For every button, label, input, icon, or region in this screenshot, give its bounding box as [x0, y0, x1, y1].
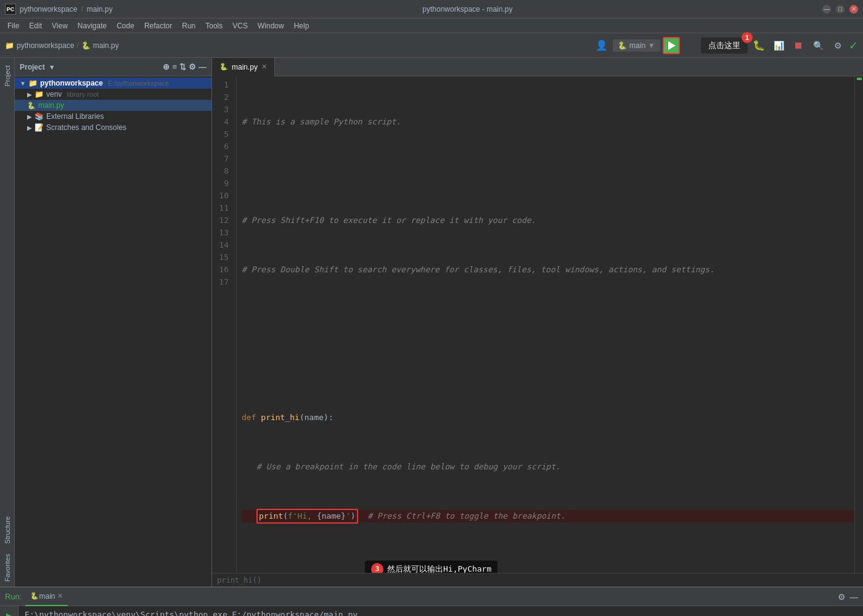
close-button[interactable]: ✕ — [849, 5, 858, 14]
scratches-icon: 📝 — [35, 123, 44, 132]
titlebar-left: PC pythonworkspace / main.py — [5, 4, 113, 15]
venv-name: venv — [46, 90, 62, 99]
search-button[interactable]: 🔍 — [809, 37, 827, 54]
code-line-8: # Use a breakpoint in the code line belo… — [242, 461, 854, 473]
menu-refactor[interactable]: Refactor — [139, 20, 177, 31]
settings-button[interactable]: ⚙ — [829, 37, 846, 54]
linenum-14: 14 — [212, 239, 232, 251]
menu-view[interactable]: View — [47, 20, 73, 31]
project-tree: ▼ 📁 pythonworkspace E:/pythonworkspace ▶… — [15, 76, 211, 586]
project-panel: Project ▼ ⊕ ≡ ⇅ ⚙ — ▼ 📁 pythonworkspace … — [15, 58, 212, 586]
menu-code[interactable]: Code — [112, 20, 139, 31]
coverage-button[interactable]: 📊 — [770, 37, 787, 54]
debug-button[interactable]: 🐛 — [750, 37, 767, 54]
run-panel-minimize[interactable]: — — [849, 592, 858, 602]
tab-main-py[interactable]: 🐍 main.py ✕ — [212, 58, 275, 76]
linenum-8: 8 — [212, 165, 232, 177]
run-tab-close[interactable]: ✕ — [57, 592, 63, 600]
tree-external-libs[interactable]: ▶ 📚 External Libraries — [15, 111, 211, 122]
menu-vcs[interactable]: VCS — [227, 20, 253, 31]
sidebar-tab-structure[interactable]: Structure — [2, 511, 12, 549]
annotation-3-box: 3 然后就可以输出Hi,PyCharm — [365, 561, 497, 573]
minimize-button[interactable]: — — [822, 5, 831, 14]
left-side-tabs: Project Structure Favorites — [0, 58, 15, 586]
sidebar-tab-project[interactable]: Project — [2, 60, 12, 91]
main-py-icon: 🐍 — [27, 102, 36, 110]
annotation-1-label: 点击这里 — [701, 38, 748, 54]
menu-tools[interactable]: Tools — [200, 20, 227, 31]
code-line-2 — [242, 165, 854, 177]
code-line-6 — [242, 362, 854, 375]
sidebar-tab-favorites[interactable]: Favorites — [2, 549, 12, 586]
project-title: Project — [20, 63, 45, 71]
tree-venv[interactable]: ▶ 📁 venv library root — [15, 89, 211, 100]
run-panel-header: Run: 🐍 main ✕ ⚙ — — [0, 588, 863, 606]
scratches-expand-arrow[interactable]: ▶ — [27, 124, 32, 131]
run-button[interactable] — [663, 37, 680, 54]
linenum-17: 17 — [212, 276, 232, 288]
run-tab-label: main — [39, 592, 55, 601]
titlebar-title: pythonworkspace - main.py — [422, 5, 512, 14]
venv-sub: library root — [67, 91, 99, 98]
linenum-6: 6 — [212, 140, 232, 153]
tab-file-icon: 🐍 — [219, 63, 228, 71]
menu-run[interactable]: Run — [177, 20, 200, 31]
run-tab-main[interactable]: 🐍 main ✕ — [25, 588, 68, 606]
toolbar-project-label: pythonworkspace — [17, 41, 74, 50]
run-command-text: E:\pythonworkspace\venv\Scripts\python.e… — [25, 610, 358, 616]
line-numbers: 1 2 3 4 5 6 7 8 9 10 11 12 ▶ 13 14 — [212, 76, 237, 573]
right-gutter — [854, 76, 863, 573]
extlibs-icon: 📚 — [35, 112, 44, 121]
linenum-10: 10 — [212, 190, 232, 202]
sort-icon[interactable]: ⇅ — [179, 62, 186, 71]
code-line-3: # Press Shift+F10 to execute it or repla… — [242, 214, 854, 227]
tree-main-py[interactable]: 🐍 main.py — [15, 100, 211, 111]
project-header: Project ▼ ⊕ ≡ ⇅ ⚙ — — [15, 58, 211, 76]
menu-file[interactable]: File — [2, 20, 24, 31]
root-expand-arrow[interactable]: ▼ — [20, 80, 26, 87]
menu-help[interactable]: Help — [289, 20, 314, 31]
account-button[interactable]: 👤 — [593, 37, 610, 54]
run-label: Run: — [5, 592, 22, 601]
run-config-arrow: ▼ — [648, 41, 655, 50]
code-content[interactable]: # This is a sample Python script. # Pres… — [237, 76, 854, 573]
linenum-7: 7 — [212, 153, 232, 165]
function-hint-text: print_hi() — [217, 576, 261, 585]
venv-expand-arrow[interactable]: ▶ — [27, 91, 32, 98]
project-dropdown-arrow[interactable]: ▼ — [49, 63, 55, 71]
gear-icon[interactable]: ⚙ — [189, 62, 196, 71]
pycharm-logo: PC — [5, 4, 16, 15]
titlebar-file: main.py — [87, 5, 113, 14]
code-line-5 — [242, 313, 854, 325]
code-editor[interactable]: 1 2 3 4 5 6 7 8 9 10 11 12 ▶ 13 14 — [212, 76, 863, 573]
annotation-3-text: 然后就可以输出Hi,PyCharm — [387, 563, 491, 573]
maximize-button[interactable]: □ — [836, 5, 845, 14]
linenum-9: 9 — [212, 177, 232, 190]
run-again-button[interactable]: ▶ — [2, 609, 16, 616]
menu-edit[interactable]: Edit — [24, 20, 47, 31]
locate-icon[interactable]: ⊕ — [163, 62, 170, 71]
menu-window[interactable]: Window — [253, 20, 289, 31]
collapse-icon[interactable]: ≡ — [172, 62, 177, 71]
linenum-12: 12 — [212, 214, 232, 227]
menu-navigate[interactable]: Navigate — [73, 20, 112, 31]
extlibs-name: External Libraries — [46, 112, 104, 121]
editor-tabs: 🐍 main.py ✕ — [212, 58, 863, 76]
tree-root[interactable]: ▼ 📁 pythonworkspace E:/pythonworkspace — [15, 78, 211, 89]
toolbar-breadcrumb: 📁 pythonworkspace / 🐍 main.py — [5, 41, 119, 50]
run-panel-gear[interactable]: ⚙ — [838, 592, 846, 602]
titlebar: PC pythonworkspace / main.py pythonworks… — [0, 0, 863, 18]
gutter-mark-1 — [857, 78, 862, 80]
linenum-1: 1 — [212, 79, 232, 91]
extlibs-expand-arrow[interactable]: ▶ — [27, 113, 32, 120]
run-config-dropdown[interactable]: 🐍 main ▼ — [613, 39, 660, 52]
run-output: E:\pythonworkspace\venv\Scripts\python.e… — [18, 606, 863, 616]
root-path: E:/pythonworkspace — [108, 79, 169, 87]
minus-icon[interactable]: — — [198, 62, 207, 71]
tab-close-button[interactable]: ✕ — [261, 63, 267, 71]
venv-folder-icon: 📁 — [35, 90, 44, 99]
toolbar-file-icon: 🐍 — [81, 41, 91, 50]
stop-button[interactable]: ⏹ — [790, 37, 807, 54]
linenum-15: 15 — [212, 251, 232, 264]
tree-scratches[interactable]: ▶ 📝 Scratches and Consoles — [15, 122, 211, 133]
